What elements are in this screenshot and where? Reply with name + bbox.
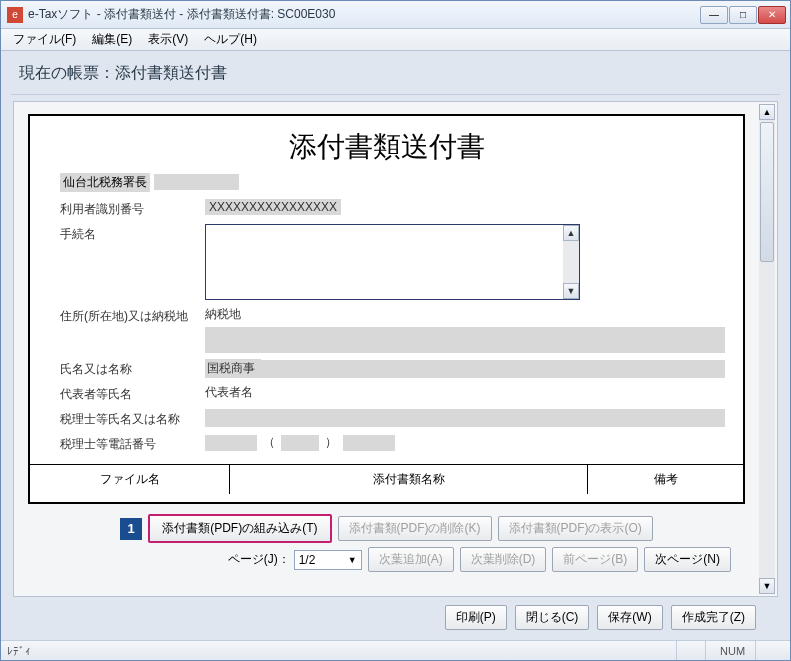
scroll-thumb[interactable] <box>760 122 774 262</box>
scroll-down-icon[interactable]: ▼ <box>759 578 775 594</box>
label-rep: 代表者等氏名 <box>60 384 205 403</box>
delete-pdf-button[interactable]: 添付書類(PDF)の削除(K) <box>338 516 492 541</box>
print-button[interactable]: 印刷(P) <box>445 605 507 630</box>
page-value: 1/2 <box>299 553 316 567</box>
doc-title: 添付書類送付書 <box>30 116 743 172</box>
menu-edit[interactable]: 編集(E) <box>84 29 140 50</box>
statusbar: ﾚﾃﾞｨ NUM <box>1 640 790 660</box>
page-select[interactable]: 1/2 ▼ <box>294 550 362 570</box>
page-label: ページ(J)： <box>228 551 290 568</box>
next-page-button[interactable]: 次ページ(N) <box>644 547 731 572</box>
tel-mid <box>281 435 319 451</box>
tel-paren-close: ） <box>325 434 337 451</box>
vertical-scrollbar[interactable]: ▲ ▼ <box>759 104 775 594</box>
address-value: 納税地 <box>205 307 241 321</box>
tax-office-name: 仙台北税務署長 <box>60 173 150 192</box>
textarea-scroll-down-icon[interactable]: ▼ <box>563 283 579 299</box>
callout-1: 1 <box>120 518 142 540</box>
delete-page-button[interactable]: 次葉削除(D) <box>460 547 547 572</box>
menubar: ファイル(F) 編集(E) 表示(V) ヘルプ(H) <box>1 29 790 51</box>
tel-area <box>205 435 257 451</box>
name-value: 国税商事 <box>205 359 261 378</box>
main-window: e e-Taxソフト - 添付書類送付 - 添付書類送付書: SC00E030 … <box>0 0 791 661</box>
import-pdf-button[interactable]: 添付書類(PDF)の組み込み(T) <box>148 514 331 543</box>
tel-last <box>343 435 395 451</box>
status-pane-3 <box>755 641 784 660</box>
attachment-table-header: ファイル名 添付書類名称 備考 <box>30 464 743 494</box>
content-area: 現在の帳票：添付書類送付書 ▲ ▼ 添付書類送付書 仙台北税務署長 利用者識別番… <box>1 51 790 640</box>
menu-file[interactable]: ファイル(F) <box>5 29 84 50</box>
close-dialog-button[interactable]: 閉じる(C) <box>515 605 590 630</box>
app-icon: e <box>7 7 23 23</box>
rep-value: 代表者名 <box>205 385 253 399</box>
address-field <box>205 327 725 353</box>
gray-field <box>154 174 239 190</box>
label-name: 氏名又は名称 <box>60 359 205 378</box>
document-page: 添付書類送付書 仙台北税務署長 利用者識別番号 XXXXXXXXXXXXXXXX… <box>28 114 745 504</box>
save-button[interactable]: 保存(W) <box>597 605 662 630</box>
textarea-scroll-up-icon[interactable]: ▲ <box>563 225 579 241</box>
label-accountant-tel: 税理士等電話番号 <box>60 434 205 453</box>
status-ready: ﾚﾃﾞｨ <box>7 645 676 657</box>
chevron-down-icon: ▼ <box>348 555 357 565</box>
window-title: e-Taxソフト - 添付書類送付 - 添付書類送付書: SC00E030 <box>28 6 700 23</box>
table-header-remarks: 備考 <box>588 465 743 494</box>
table-header-docname: 添付書類名称 <box>230 465 588 494</box>
accountant-field <box>205 409 725 427</box>
user-id-value: XXXXXXXXXXXXXXXX <box>205 199 341 215</box>
procedure-textarea[interactable]: ▲ ▼ <box>205 224 580 300</box>
label-procedure: 手続名 <box>60 224 205 243</box>
bottom-button-row: 印刷(P) 閉じる(C) 保存(W) 作成完了(Z) <box>11 599 780 636</box>
close-button[interactable]: ✕ <box>758 6 786 24</box>
label-accountant: 税理士等氏名又は名称 <box>60 409 205 428</box>
page-title: 現在の帳票：添付書類送付書 <box>11 59 780 95</box>
tel-paren-open: （ <box>263 434 275 451</box>
menu-help[interactable]: ヘルプ(H) <box>196 29 265 50</box>
label-user-id: 利用者識別番号 <box>60 199 205 218</box>
table-header-filename: ファイル名 <box>30 465 230 494</box>
document-viewport: ▲ ▼ 添付書類送付書 仙台北税務署長 利用者識別番号 XXXXXXXXXXXX… <box>13 101 778 597</box>
label-address: 住所(所在地)又は納税地 <box>60 306 205 325</box>
titlebar: e e-Taxソフト - 添付書類送付 - 添付書類送付書: SC00E030 … <box>1 1 790 29</box>
status-num: NUM <box>705 641 755 660</box>
name-field <box>261 360 725 378</box>
status-pane-1 <box>676 641 705 660</box>
prev-page-button[interactable]: 前ページ(B) <box>552 547 638 572</box>
scroll-up-icon[interactable]: ▲ <box>759 104 775 120</box>
finish-button[interactable]: 作成完了(Z) <box>671 605 756 630</box>
minimize-button[interactable]: — <box>700 6 728 24</box>
add-page-button[interactable]: 次葉追加(A) <box>368 547 454 572</box>
maximize-button[interactable]: □ <box>729 6 757 24</box>
view-pdf-button[interactable]: 添付書類(PDF)の表示(O) <box>498 516 653 541</box>
menu-view[interactable]: 表示(V) <box>140 29 196 50</box>
